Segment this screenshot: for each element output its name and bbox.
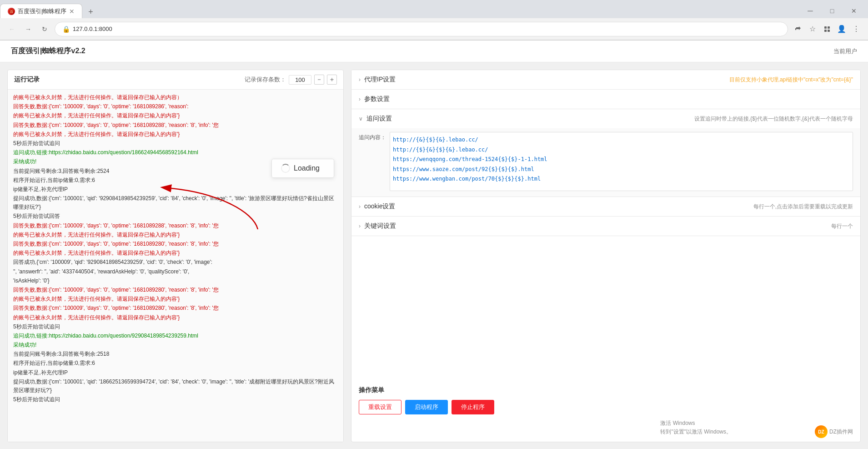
address-input[interactable]: 🔒 127.0.0.1:8000 — [55, 22, 788, 36]
tab-title: 百度强引|蜘蛛程序 — [18, 7, 66, 15]
followup-title: ∨ 追问设置 — [359, 115, 392, 123]
log-line: 的账号已被永久封禁，无法进行任何操作。请返回保存已输入的内容'} — [13, 231, 338, 239]
keyword-title: › 关键词设置 — [359, 222, 396, 230]
svg-text:百: 百 — [10, 10, 13, 13]
browser-chrome: 百 百度强引|蜘蛛程序 ✕ + ─ □ ✕ ← → ↻ 🔒 127.0.0.1:… — [0, 0, 868, 40]
followup-content-label: 追问内容： — [359, 132, 386, 141]
back-button[interactable]: ← — [5, 23, 18, 35]
operations-section: 操作菜单 重载设置 启动程序 停止程序 — [351, 379, 860, 422]
bookmark-icon[interactable]: ☆ — [806, 23, 819, 35]
app-header: 百度强引|蜘蛛程序v2.2 当前用户 — [0, 40, 868, 62]
followup-content: 追问内容： http://{&}{$}{&}.lebao.cc/ http://… — [351, 128, 860, 197]
close-button[interactable]: ✕ — [843, 4, 864, 18]
loading-text: Loading — [294, 164, 320, 172]
record-save-label: 记录保存条数： — [245, 76, 286, 84]
stop-button[interactable]: 停止程序 — [452, 400, 494, 414]
log-line: 提问成功,数据:{'cm': '100001', 'qid': '1866251… — [13, 378, 338, 395]
keyword-header[interactable]: › 关键词设置 每行一个 — [351, 217, 860, 236]
toolbar-icons: ☆ 👤 ⋮ — [792, 23, 863, 35]
proxy-title: › 代理IP设置 — [359, 76, 396, 84]
log-line: 回答失败,数据:{'cm': '100009', 'days': '0', 'o… — [13, 121, 338, 130]
log-line: 当前提问账号剩余:3,回答账号剩余:2518 — [13, 350, 338, 358]
watermark-area: DZ DZ插件网 — [351, 422, 860, 442]
cookie-header[interactable]: › cookie设置 每行一个,点击添加后需要重载以完成更新 — [351, 197, 860, 216]
proxy-header[interactable]: › 代理IP设置 目前仅支持小象代理,api链接中"cnt=x"改为"cnt={… — [351, 70, 860, 89]
keyword-desc: 每行一个 — [831, 222, 853, 230]
svg-rect-4 — [824, 30, 827, 32]
proxy-section: › 代理IP设置 目前仅支持小象代理,api链接中"cnt=x"改为"cnt={… — [351, 70, 860, 90]
log-line: ip储量不足,补充代理IP — [13, 368, 338, 377]
log-line: 5秒后开始尝试追问 — [13, 139, 338, 148]
log-line: 的账号已被永久封禁，无法进行任何操作。请返回保存已输入的内容'} — [13, 111, 338, 120]
proxy-desc: 目前仅支持小象代理,api链接中"cnt=x"改为"cnt={&}" — [729, 76, 853, 84]
log-line: 5秒后开始尝试追问 — [13, 323, 338, 331]
loading-spinner — [281, 164, 290, 173]
params-title-text: 参数设置 — [364, 95, 390, 103]
log-line: 5秒后开始尝试回答 — [13, 212, 338, 221]
minimize-button[interactable]: ─ — [800, 4, 821, 18]
params-title: › 参数设置 — [359, 95, 390, 103]
log-line: ip储量不足,补充代理IP — [13, 185, 338, 194]
operations-title: 操作菜单 — [359, 386, 853, 394]
followup-title-text: 追问设置 — [366, 115, 392, 123]
svg-rect-3 — [828, 26, 830, 29]
reload-button[interactable]: 重载设置 — [359, 400, 401, 414]
keyword-chevron: › — [359, 223, 361, 229]
cookie-chevron: › — [359, 203, 361, 210]
record-count-input[interactable] — [289, 75, 311, 85]
log-line: 追问成功,链接:https://zhidao.baidu.com/questio… — [13, 332, 338, 340]
followup-textarea[interactable]: http://{&}{$}{&}.lebao.cc/ http://{$}{&}… — [390, 132, 853, 191]
log-line: 回答失败,数据:{'cm': '100009', 'days': '0', 'o… — [13, 240, 338, 248]
svg-rect-5 — [828, 30, 830, 32]
record-count-decrease[interactable]: － — [314, 75, 324, 85]
log-line: 回答成功,{'cm': '100009', 'qid': '9290841898… — [13, 258, 338, 267]
record-controls: 记录保存条数： － ＋ — [245, 75, 337, 85]
log-line: 程序开始运行,当前ip储量:0,需求:6 — [13, 359, 338, 368]
dz-watermark: DZ DZ插件网 — [815, 425, 853, 438]
log-line: 提问成功,数据:{'cm': '100001', 'qid': '9290841… — [13, 194, 338, 212]
current-user-label: 当前用户 — [833, 47, 857, 55]
tab-favicon: 百 — [8, 8, 15, 15]
menu-icon[interactable]: ⋮ — [850, 23, 863, 35]
proxy-chevron: › — [359, 76, 361, 83]
params-section: › 参数设置 — [351, 90, 860, 109]
keyword-title-text: 关键词设置 — [364, 222, 396, 230]
log-line: 回答失败,数据:{'cm': '100009', 'days': '0', 'o… — [13, 222, 338, 230]
log-line: 'isAskHelp': '0'} — [13, 277, 338, 285]
share-icon[interactable] — [792, 23, 804, 35]
log-line: 追问成功,链接:https://zhidao.baidu.com/questio… — [13, 148, 338, 157]
svg-rect-2 — [824, 26, 827, 29]
right-panel: › 代理IP设置 目前仅支持小象代理,api链接中"cnt=x"改为"cnt={… — [351, 70, 861, 442]
run-log-title: 运行记录 — [14, 76, 40, 84]
run-log-panel: 运行记录 记录保存条数： － ＋ 的账号已被永久封禁，无法进行任何操作。请返回保… — [7, 70, 344, 442]
log-content: 的账号已被永久封禁，无法进行任何操作。请返回保存已输入的内容）回答失败,数据:{… — [8, 90, 343, 442]
maximize-button[interactable]: □ — [822, 4, 843, 18]
log-line: 的账号已被永久封禁，无法进行任何操作。请返回保存已输入的内容'} — [13, 249, 338, 257]
record-count-increase[interactable]: ＋ — [327, 75, 337, 85]
extension-icon[interactable] — [821, 23, 833, 35]
browser-tab[interactable]: 百 百度强引|蜘蛛程序 ✕ — [0, 4, 82, 18]
followup-header[interactable]: ∨ 追问设置 设置追问时带上的链接,{$}代表一位随机数字,{&}代表一个随机字… — [351, 109, 860, 128]
log-line: '', 'answerfr': '', 'aid': '4337440504',… — [13, 267, 338, 276]
win-activate-line1: 激活 Windows — [660, 419, 732, 428]
profile-icon[interactable]: 👤 — [835, 23, 848, 35]
start-button[interactable]: 启动程序 — [405, 400, 448, 414]
proxy-title-text: 代理IP设置 — [364, 76, 396, 84]
cookie-desc: 每行一个,点击添加后需要重载以完成更新 — [753, 203, 853, 211]
log-line: 回答失败,数据:{'cm': '100009', 'days': '0', 'o… — [13, 286, 338, 294]
dz-logo: DZ — [815, 425, 828, 438]
address-text: 127.0.0.1:8000 — [73, 25, 112, 32]
params-header[interactable]: › 参数设置 — [351, 90, 860, 109]
new-tab-button[interactable]: + — [84, 5, 97, 18]
dz-label: DZ插件网 — [829, 428, 853, 436]
cookie-title: › cookie设置 — [359, 202, 395, 211]
params-chevron: › — [359, 96, 361, 102]
forward-button[interactable]: → — [22, 23, 35, 35]
log-line: 的账号已被永久封禁，无法进行任何操作。请返回保存已输入的内容'} — [13, 295, 338, 303]
tab-close-button[interactable]: ✕ — [69, 8, 75, 15]
refresh-button[interactable]: ↻ — [38, 23, 51, 35]
followup-desc: 设置追问时带上的链接,{$}代表一位随机数字,{&}代表一个随机字母 — [694, 115, 853, 123]
log-line: 5秒后开始尝试追问 — [13, 395, 338, 404]
win-activate-line2: 转到"设置"以激活 Windows。 — [660, 428, 732, 436]
cookie-section: › cookie设置 每行一个,点击添加后需要重载以完成更新 — [351, 197, 860, 217]
